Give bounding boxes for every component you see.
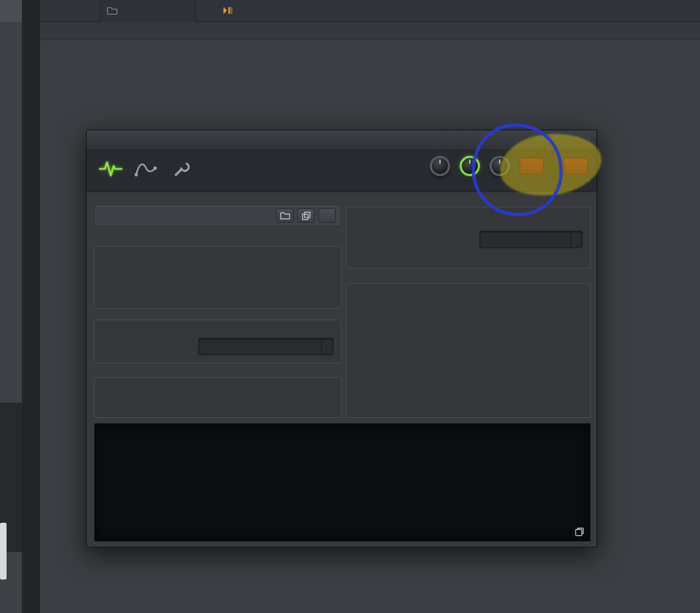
rack-title-group — [222, 5, 239, 16]
volume-knob[interactable] — [460, 156, 480, 176]
stretch-mode-dropdown[interactable] — [479, 231, 583, 248]
pan-knob[interactable] — [430, 156, 450, 176]
tab-miscellaneous-wrench[interactable] — [165, 156, 196, 182]
pitch-range-group — [519, 156, 544, 178]
left-panel-top — [0, 0, 22, 22]
channel-filter-dropdown[interactable] — [100, 0, 196, 22]
fl-studio-screen — [0, 0, 700, 613]
folder-icon — [106, 6, 118, 15]
file-row — [94, 205, 342, 226]
sample-pages-icon — [575, 527, 584, 537]
channel-settings-window — [86, 130, 597, 547]
channel-rack-toolbar — [40, 0, 700, 22]
dialog-titlebar[interactable] — [87, 130, 597, 150]
waveform-display — [94, 423, 591, 542]
precomputed-effects-section — [346, 283, 591, 418]
dialog-tab-strip — [87, 150, 597, 192]
tab-envelope[interactable] — [130, 156, 161, 182]
volume-knob-group — [460, 156, 480, 180]
browse-sample-button[interactable] — [276, 208, 294, 223]
left-clipped-panel — [0, 0, 22, 613]
content-section — [94, 246, 342, 309]
pitch-knob[interactable] — [489, 156, 510, 176]
time-stretching-section — [346, 207, 591, 269]
clear-sample-button[interactable] — [318, 208, 336, 223]
chevron-right-icon — [321, 339, 333, 355]
stack-sample-button[interactable] — [297, 208, 315, 223]
track-display[interactable] — [563, 157, 588, 175]
track-group — [563, 156, 588, 178]
chevron-right-icon — [570, 232, 582, 248]
pitch-range-display[interactable] — [519, 157, 544, 175]
channel-rack-icon — [222, 5, 233, 16]
declicking-section — [94, 320, 342, 363]
left-scrollbar-chip[interactable] — [0, 523, 7, 580]
tab-sample-waveform[interactable] — [95, 156, 126, 182]
pan-knob-group — [430, 156, 450, 180]
pitch-knob-group — [489, 156, 510, 180]
dialog-body — [87, 192, 597, 547]
declicking-mode-dropdown[interactable] — [198, 338, 334, 355]
rack-header-strip — [40, 22, 700, 40]
loop-section — [94, 377, 342, 418]
